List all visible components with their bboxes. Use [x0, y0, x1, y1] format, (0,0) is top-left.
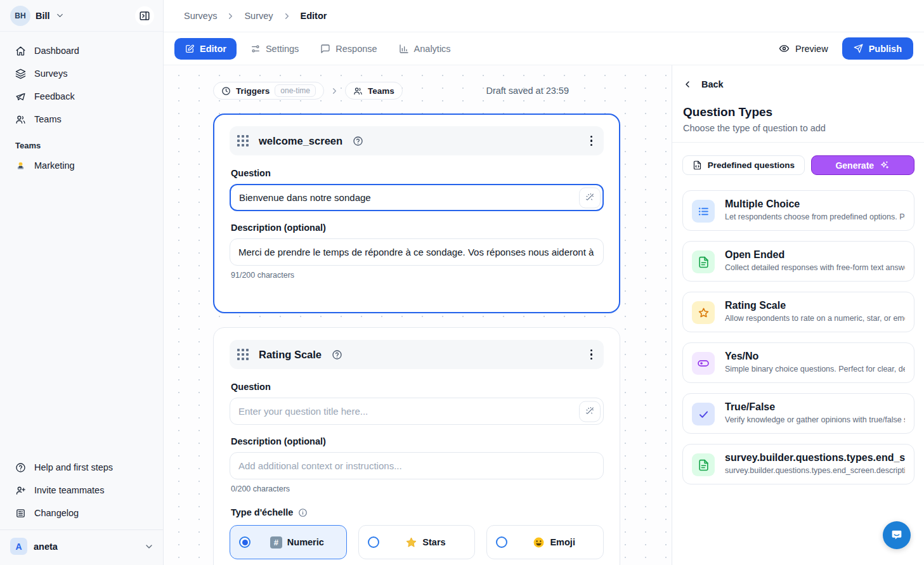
breadcrumb-editor[interactable]: Editor [301, 11, 327, 21]
question-card-header: welcome_screen [230, 126, 604, 155]
drag-handle-icon[interactable] [237, 349, 249, 360]
publish-label: Publish [869, 44, 902, 54]
breadcrumb-survey[interactable]: Survey [244, 11, 273, 21]
workspace-name: aneta [34, 542, 58, 552]
tab-editor[interactable]: Editor [174, 38, 237, 60]
toolbar: Editor Settings Response Analytics [164, 32, 924, 65]
generate-label: Generate [835, 160, 874, 171]
collapse-sidebar-button[interactable] [135, 6, 154, 25]
file-text-icon [692, 453, 715, 476]
question-card-title: Rating Scale [259, 349, 322, 361]
question-card-title: welcome_screen [259, 135, 342, 147]
wand-sparkles-icon [585, 193, 595, 203]
tab-label: Response [335, 44, 377, 54]
numeric-hash-icon: # [270, 536, 282, 549]
sidebar-item-label: Teams [34, 114, 62, 124]
type-card-multiple-choice[interactable]: Multiple Choice Let respondents choose f… [682, 190, 914, 231]
question-title-input[interactable] [230, 184, 604, 211]
question-title-input[interactable] [230, 398, 604, 425]
sidebar-item-teams[interactable]: Teams [8, 109, 155, 129]
preview-button[interactable]: Preview [779, 43, 828, 54]
sidebar-team-marketing[interactable]: Marketing [0, 155, 163, 176]
teams-chip[interactable]: Teams [345, 82, 403, 100]
scale-option-label: Stars [422, 537, 445, 547]
canvas-top-row: Triggers one-time Teams Draft saved at 2… [213, 82, 620, 100]
chevron-down-icon [144, 542, 154, 552]
tab-response[interactable]: Response [313, 38, 384, 60]
star-icon [692, 301, 715, 324]
sidebar-item-label: Surveys [34, 68, 67, 79]
triggers-chip[interactable]: Triggers one-time [213, 82, 324, 100]
char-counter: 91/200 characters [231, 271, 604, 280]
predefined-questions-button[interactable]: Predefined questions [682, 155, 805, 175]
sidebar-item-feedback[interactable]: Feedback [8, 86, 155, 107]
main-column: Surveys Survey Editor Editor Settings R [164, 0, 924, 565]
scale-option-stars[interactable]: Stars [358, 525, 476, 559]
triggers-chip-label: Triggers [236, 86, 270, 96]
breadcrumb-surveys[interactable]: Surveys [184, 11, 217, 21]
chat-launcher-button[interactable] [883, 521, 911, 549]
users-icon [15, 114, 26, 125]
sidebar-item-dashboard[interactable]: Dashboard [8, 41, 155, 61]
generate-button[interactable]: Generate [811, 155, 914, 175]
editor-canvas: Triggers one-time Teams Draft saved at 2… [164, 65, 672, 565]
help-first-steps-item[interactable]: Help and first steps [8, 457, 155, 477]
help-circle-icon[interactable] [353, 136, 363, 146]
type-card-yes-no[interactable]: Yes/No Simple binary choice questions. P… [682, 342, 914, 383]
tab-settings[interactable]: Settings [243, 38, 306, 60]
back-button[interactable]: Back [682, 78, 724, 91]
radio-selected-icon [239, 536, 251, 548]
type-card-true-false[interactable]: True/False Verify knowledge or gather op… [682, 393, 914, 434]
question-types-panel: Back Question Types Choose the type of q… [672, 65, 924, 565]
drag-handle-icon[interactable] [237, 135, 249, 146]
description-input[interactable] [230, 238, 604, 266]
sidebar-item-label: Feedback [34, 91, 75, 101]
kebab-menu-icon[interactable] [588, 133, 595, 149]
tab-label: Settings [266, 44, 299, 54]
star-emoji-icon [405, 536, 417, 549]
teams-section-label: Teams [0, 129, 163, 155]
scale-option-numeric[interactable]: # Numeric [230, 525, 347, 559]
description-input[interactable] [230, 452, 604, 479]
panel-title: Question Types [683, 105, 914, 119]
magic-wand-button[interactable] [579, 187, 601, 208]
description-field-label: Description (optional) [231, 223, 604, 233]
magic-wand-button[interactable] [579, 401, 601, 422]
team-item-label: Marketing [34, 160, 75, 171]
publish-button[interactable]: Publish [842, 37, 913, 60]
draft-status: Draft saved at 23:59 [486, 86, 569, 96]
chevron-right-icon [282, 11, 292, 21]
radio-icon [496, 536, 507, 548]
type-card-end-screen[interactable]: survey.builder.questions.types.end_scr..… [682, 444, 914, 484]
help-circle-icon[interactable] [332, 349, 342, 360]
sidebar-item-surveys[interactable]: Surveys [8, 63, 155, 84]
preview-label: Preview [795, 44, 828, 54]
user-avatar[interactable]: BH [10, 6, 30, 26]
user-name[interactable]: Bill [36, 11, 50, 21]
changelog-item[interactable]: Changelog [8, 503, 155, 523]
workspace-switcher[interactable]: A aneta [0, 529, 163, 565]
info-circle-icon [298, 508, 308, 517]
newspaper-icon [15, 508, 26, 519]
question-type-list: Multiple Choice Let respondents choose f… [682, 190, 914, 484]
question-card-welcome-screen[interactable]: welcome_screen Question Description ( [213, 114, 620, 313]
sparkles-icon [880, 160, 890, 171]
chat-bubble-icon [890, 528, 904, 542]
help-circle-icon [15, 462, 26, 473]
workspace-avatar: A [10, 538, 27, 555]
radio-icon [368, 536, 379, 548]
scale-option-emoji[interactable]: Emoji [486, 525, 604, 559]
scale-type-label: Type d'échelle [231, 507, 293, 517]
file-text-icon [692, 250, 715, 273]
chevron-down-icon[interactable] [55, 11, 65, 20]
tab-analytics[interactable]: Analytics [391, 38, 459, 60]
kebab-menu-icon[interactable] [588, 347, 595, 363]
question-card-rating-scale[interactable]: Rating Scale Question Description (op [213, 327, 620, 565]
tab-label: Analytics [414, 44, 451, 54]
type-card-rating-scale[interactable]: Rating Scale Allow respondents to rate o… [682, 292, 914, 332]
invite-teammates-item[interactable]: Invite teammates [8, 480, 155, 500]
scale-option-label: Numeric [287, 537, 324, 547]
type-card-open-ended[interactable]: Open Ended Collect detailed responses wi… [682, 241, 914, 282]
type-title: Open Ended [725, 249, 905, 261]
footer-item-label: Changelog [34, 508, 79, 518]
